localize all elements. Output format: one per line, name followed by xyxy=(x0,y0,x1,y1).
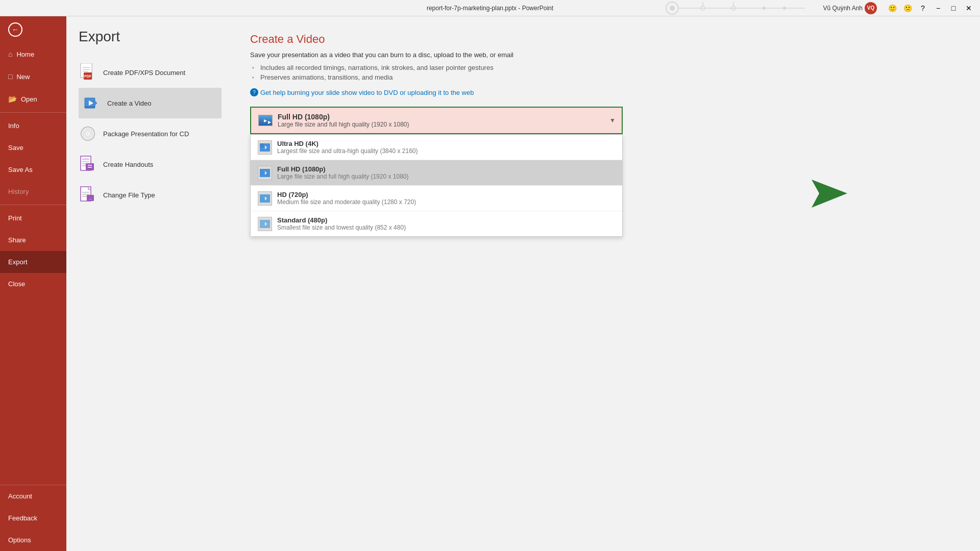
cd-icon xyxy=(79,124,97,143)
quality-dropdown[interactable]: ▶ Full HD (1080p) Large file size and fu… xyxy=(250,107,623,134)
quality-dropdown-container: ▶ Full HD (1080p) Large file size and fu… xyxy=(250,107,960,134)
svg-rect-19 xyxy=(85,106,95,108)
svg-point-24 xyxy=(87,133,89,135)
hd-720-icon xyxy=(258,191,272,206)
divider-1 xyxy=(0,112,66,113)
svg-rect-37 xyxy=(82,196,87,197)
video-quality-icon: ▶ xyxy=(258,115,273,126)
close-button[interactable]: ✕ xyxy=(962,1,976,15)
maximize-button[interactable]: □ xyxy=(946,1,961,15)
dropdown-item-ultra-hd[interactable]: Ultra HD (4K) Largest file size and ultr… xyxy=(251,135,622,160)
green-arrow-annotation xyxy=(801,180,847,210)
new-icon: □ xyxy=(8,72,12,81)
standard-text: Standard (480p) Smallest file size and l… xyxy=(277,216,406,231)
user-name: Vũ Quỳnh Anh xyxy=(823,5,863,12)
pdf-icon: PDF xyxy=(79,63,97,82)
standard-icon xyxy=(258,217,272,231)
export-option-filetype[interactable]: ... Change File Type xyxy=(79,180,222,210)
export-option-handouts[interactable]: Create Handouts xyxy=(79,149,222,180)
sidebar-item-print[interactable]: Print xyxy=(0,207,66,229)
sidebar-bottom: Account Feedback Options xyxy=(0,485,66,551)
sidebar-item-new[interactable]: □ New xyxy=(0,65,66,88)
svg-rect-42 xyxy=(260,143,264,147)
filetype-icon: ... xyxy=(79,186,97,204)
export-option-pdf[interactable]: PDF Create PDF/XPS Document xyxy=(79,57,222,88)
svg-marker-17 xyxy=(94,100,97,106)
help-link[interactable]: ? Get help burning your slide show video… xyxy=(250,88,960,96)
sidebar-nav: ⌂ Home □ New 📂 Open Info Save Save As xyxy=(0,43,66,485)
dropdown-arrow-icon: ▼ xyxy=(609,117,616,124)
cd-label: Package Presentation for CD xyxy=(103,130,189,138)
svg-text:...: ... xyxy=(89,197,91,200)
dropdown-selected-text: Full HD (1080p) Large file size and full… xyxy=(278,113,615,128)
title-bar: report-for-7p-marketing-plan.pptx - Powe… xyxy=(0,0,980,16)
svg-text:PDF: PDF xyxy=(84,74,92,78)
sidebar-item-save-as[interactable]: Save As xyxy=(0,159,66,181)
panel-description: Save your presentation as a video that y… xyxy=(250,51,960,59)
dropdown-item-standard[interactable]: Standard (480p) Smallest file size and l… xyxy=(251,211,622,236)
sidebar-item-share[interactable]: Share xyxy=(0,229,66,251)
panel-title: Create a Video xyxy=(250,33,960,46)
bullet-item-1: Includes all recorded timings, narration… xyxy=(250,63,960,72)
filetype-label: Change File Type xyxy=(103,191,155,199)
back-button[interactable]: ← xyxy=(0,16,66,43)
export-option-cd[interactable]: Package Presentation for CD xyxy=(79,118,222,149)
bullet-list: Includes all recorded timings, narration… xyxy=(250,63,960,82)
title-bar-right: Vũ Quỳnh Anh VQ 🙂 🙁 ? − □ ✕ xyxy=(662,0,976,16)
minimize-button[interactable]: − xyxy=(931,1,945,15)
open-icon: 📂 xyxy=(8,95,17,103)
home-icon: ⌂ xyxy=(8,50,12,58)
dropdown-item-full-hd[interactable]: Full HD (1080p) Large file size and full… xyxy=(251,160,622,186)
video-export-icon xyxy=(83,94,101,112)
sidebar-item-home[interactable]: ⌂ Home xyxy=(0,43,66,65)
sidebar-item-close[interactable]: Close xyxy=(0,273,66,295)
bullet-item-2: Preserves animations, transitions, and m… xyxy=(250,72,960,82)
full-hd-icon xyxy=(258,166,272,180)
sidebar-item-export[interactable]: Export xyxy=(0,251,66,273)
svg-rect-35 xyxy=(82,192,89,193)
svg-point-8 xyxy=(783,7,786,10)
export-layout: Export PDF Create PDF/XPS Do xyxy=(66,16,980,551)
hd-720-text: HD (720p) Medium file size and moderate … xyxy=(277,191,416,206)
title-bar-buttons: 🙂 🙁 ? − □ ✕ xyxy=(885,1,976,15)
divider-2 xyxy=(0,205,66,205)
export-title: Export xyxy=(79,29,230,45)
sidebar-item-info[interactable]: Info xyxy=(0,115,66,137)
ultra-hd-icon xyxy=(258,140,272,155)
emoji-sad-icon[interactable]: 🙁 xyxy=(900,1,915,15)
help-circle-icon: ? xyxy=(250,88,258,96)
create-video-panel: Create a Video Save your presentation as… xyxy=(230,16,980,551)
back-icon: ← xyxy=(8,22,22,37)
sidebar-item-save[interactable]: Save xyxy=(0,137,66,159)
dropdown-list: Ultra HD (4K) Largest file size and ultr… xyxy=(250,134,623,237)
full-hd-text: Full HD (1080p) Large file size and full… xyxy=(277,165,409,180)
svg-rect-36 xyxy=(82,194,89,195)
decorative-circuit xyxy=(662,0,815,16)
sidebar-item-account[interactable]: Account xyxy=(0,485,66,507)
main-layout: ← ⌂ Home □ New 📂 Open Info Save S xyxy=(0,16,980,551)
sidebar-item-options[interactable]: Options xyxy=(0,529,66,551)
sidebar: ← ⌂ Home □ New 📂 Open Info Save S xyxy=(0,16,66,551)
emoji-happy-icon[interactable]: 🙂 xyxy=(885,1,899,15)
sidebar-item-open[interactable]: 📂 Open xyxy=(0,88,66,110)
svg-point-7 xyxy=(763,7,766,10)
export-options-panel: Export PDF Create PDF/XPS Do xyxy=(66,16,230,551)
pdf-label: Create PDF/XPS Document xyxy=(103,69,185,77)
dropdown-item-hd-720[interactable]: HD (720p) Medium file size and moderate … xyxy=(251,186,622,211)
svg-rect-26 xyxy=(82,158,89,160)
handouts-label: Create Handouts xyxy=(103,161,153,168)
svg-rect-27 xyxy=(82,161,89,162)
svg-point-1 xyxy=(670,6,675,11)
dropdown-selected-sublabel: Large file size and full high quality (1… xyxy=(278,121,615,128)
video-label: Create a Video xyxy=(107,99,152,107)
help-button[interactable]: ? xyxy=(916,1,930,15)
svg-marker-49 xyxy=(812,180,847,208)
sidebar-item-feedback[interactable]: Feedback xyxy=(0,507,66,529)
svg-rect-30 xyxy=(86,163,94,170)
window-title: report-for-7p-marketing-plan.pptx - Powe… xyxy=(427,5,553,12)
ultra-hd-text: Ultra HD (4K) Largest file size and ultr… xyxy=(277,140,418,155)
handouts-icon xyxy=(79,155,97,173)
user-avatar: VQ xyxy=(865,2,877,14)
user-info[interactable]: Vũ Quỳnh Anh VQ xyxy=(823,2,877,14)
export-option-video[interactable]: Create a Video xyxy=(79,88,222,118)
